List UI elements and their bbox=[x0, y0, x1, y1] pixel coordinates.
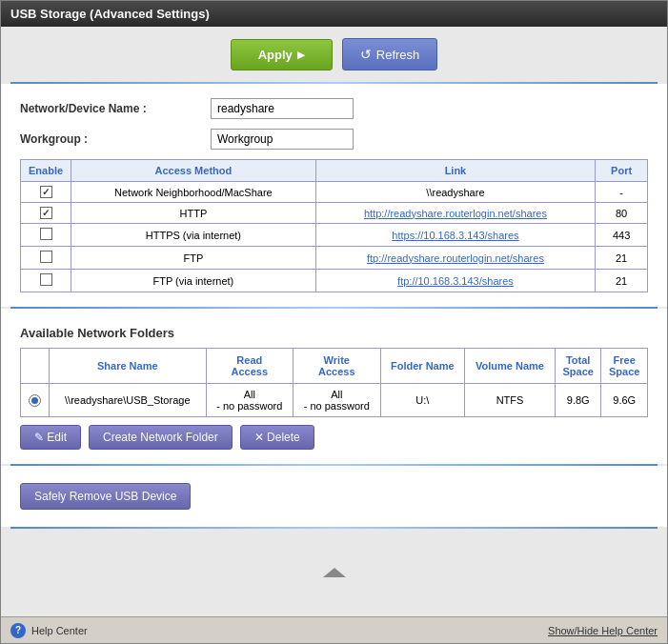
table-row: Network Neighborhood/MacShare \\readysha… bbox=[21, 182, 648, 203]
table-row: FTP ftp://readyshare.routerlogin.net/sha… bbox=[21, 247, 648, 270]
col-total-space: TotalSpace bbox=[555, 349, 601, 384]
https-link[interactable]: https://10.168.3.143/shares bbox=[392, 230, 518, 241]
col-folder-name: Folder Name bbox=[380, 349, 465, 384]
method-cell: HTTPS (via internet) bbox=[71, 224, 316, 247]
col-read-access: ReadAccess bbox=[206, 349, 293, 384]
network-device-row: Network/Device Name : bbox=[20, 98, 648, 119]
action-buttons: ✎ Edit Create Network Folder ✕ Delete bbox=[20, 425, 648, 450]
title-bar: USB Storage (Advanced Settings) bbox=[1, 1, 667, 27]
write-access-cell: All- no password bbox=[294, 384, 380, 417]
toolbar: Apply Refresh bbox=[1, 27, 667, 82]
bottom-bar: ? Help Center Show/Hide Help Center bbox=[1, 616, 667, 643]
folder-name-cell: U:\ bbox=[380, 384, 465, 417]
help-left: ? Help Center bbox=[10, 623, 88, 638]
enable-cell bbox=[21, 270, 71, 292]
col-free-space: FreeSpace bbox=[601, 349, 648, 384]
edit-button[interactable]: ✎ Edit bbox=[20, 425, 81, 450]
table-row: FTP (via internet) ftp://10.168.3.143/sh… bbox=[21, 270, 648, 292]
help-center-label: Help Center bbox=[31, 625, 88, 636]
method-cell: Network Neighborhood/MacShare bbox=[71, 182, 316, 203]
col-write-access: WriteAccess bbox=[294, 349, 380, 384]
link-cell: \\readyshare bbox=[315, 182, 596, 203]
create-network-folder-button[interactable]: Create Network Folder bbox=[89, 425, 233, 450]
enable-cell bbox=[21, 182, 71, 203]
workgroup-input[interactable] bbox=[211, 129, 354, 150]
port-cell: - bbox=[596, 182, 648, 203]
enable-checkbox[interactable] bbox=[40, 207, 52, 219]
main-window: USB Storage (Advanced Settings) Apply Re… bbox=[0, 0, 668, 644]
network-device-label: Network/Device Name : bbox=[20, 102, 211, 115]
apply-button[interactable]: Apply bbox=[231, 39, 333, 70]
enable-cell bbox=[21, 247, 71, 270]
col-select bbox=[21, 349, 50, 384]
enable-checkbox[interactable] bbox=[40, 228, 52, 240]
enable-cell bbox=[21, 224, 71, 247]
free-space-cell: 9.6G bbox=[601, 384, 648, 417]
col-access-method: Access Method bbox=[71, 160, 316, 182]
link-cell: ftp://10.168.3.143/shares bbox=[315, 270, 596, 292]
port-cell: 21 bbox=[596, 270, 648, 292]
volume-name-cell: NTFS bbox=[465, 384, 556, 417]
port-cell: 80 bbox=[596, 203, 648, 224]
total-space-cell: 9.8G bbox=[555, 384, 601, 417]
enable-checkbox[interactable] bbox=[40, 186, 52, 198]
link-cell: http://readyshare.routerlogin.net/shares bbox=[315, 203, 596, 224]
col-link: Link bbox=[315, 160, 596, 182]
folder-row: \\readyshare\USB_Storage All- no passwor… bbox=[21, 384, 648, 417]
method-cell: HTTP bbox=[71, 203, 316, 224]
triangle-icon bbox=[323, 568, 346, 577]
enable-checkbox[interactable] bbox=[40, 273, 52, 286]
table-row: HTTP http://readyshare.routerlogin.net/s… bbox=[21, 203, 648, 224]
port-cell: 443 bbox=[596, 224, 648, 247]
network-device-input[interactable] bbox=[211, 98, 354, 119]
folders-section: Available Network Folders Share Name Rea… bbox=[1, 309, 667, 464]
select-cell bbox=[21, 384, 50, 417]
window-title: USB Storage (Advanced Settings) bbox=[10, 7, 210, 21]
folders-title: Available Network Folders bbox=[20, 326, 648, 340]
col-share-name: Share Name bbox=[50, 349, 207, 384]
col-enable: Enable bbox=[21, 160, 71, 182]
workgroup-label: Workgroup : bbox=[20, 132, 211, 146]
settings-section: Network/Device Name : Workgroup : Enable… bbox=[1, 84, 667, 307]
refresh-button[interactable]: Refresh bbox=[342, 38, 438, 70]
content-area: Apply Refresh Network/Device Name : Work… bbox=[1, 27, 667, 616]
ftp-internet-link[interactable]: ftp://10.168.3.143/shares bbox=[397, 275, 514, 287]
show-hide-help[interactable]: Show/Hide Help Center bbox=[548, 625, 658, 636]
delete-button[interactable]: ✕ Delete bbox=[240, 425, 314, 450]
method-cell: FTP bbox=[71, 247, 316, 270]
folder-radio[interactable] bbox=[29, 394, 41, 407]
port-cell: 21 bbox=[596, 247, 648, 270]
workgroup-row: Workgroup : bbox=[20, 129, 648, 150]
help-icon: ? bbox=[10, 623, 26, 638]
enable-cell bbox=[21, 203, 71, 224]
link-cell: ftp://readyshare.routerlogin.net/shares bbox=[315, 247, 596, 270]
access-methods-table: Enable Access Method Link Port Network N… bbox=[20, 159, 648, 292]
enable-checkbox[interactable] bbox=[40, 251, 52, 263]
ftp-link[interactable]: ftp://readyshare.routerlogin.net/shares bbox=[367, 252, 544, 264]
table-row: HTTPS (via internet) https://10.168.3.14… bbox=[21, 224, 648, 247]
spacer bbox=[1, 529, 667, 616]
col-volume-name: Volume Name bbox=[465, 349, 556, 384]
safely-remove-button[interactable]: Safely Remove USB Device bbox=[20, 483, 191, 510]
read-access-cell: All- no password bbox=[206, 384, 293, 417]
col-port: Port bbox=[596, 160, 648, 182]
http-link[interactable]: http://readyshare.routerlogin.net/shares bbox=[364, 208, 547, 219]
share-name-cell: \\readyshare\USB_Storage bbox=[50, 384, 207, 417]
safely-remove-section: Safely Remove USB Device bbox=[1, 466, 667, 527]
link-cell: https://10.168.3.143/shares bbox=[315, 224, 596, 247]
method-cell: FTP (via internet) bbox=[71, 270, 316, 292]
folders-table: Share Name ReadAccess WriteAccess Folder… bbox=[20, 348, 648, 417]
